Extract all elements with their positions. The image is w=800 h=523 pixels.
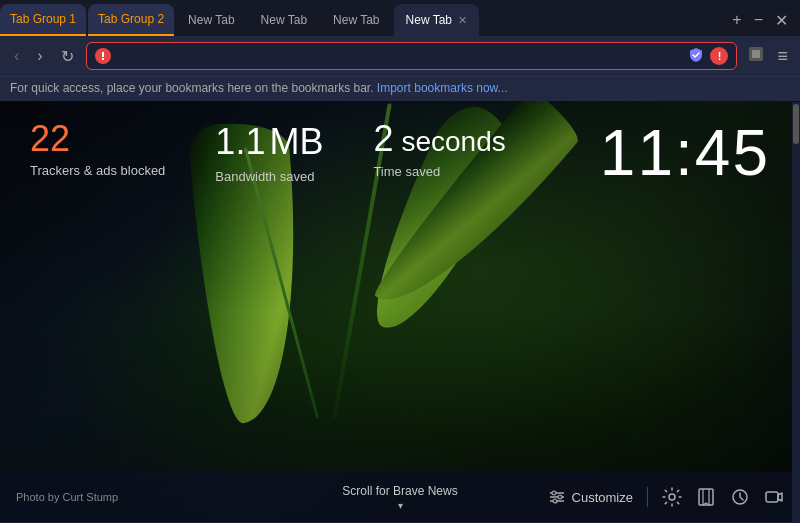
new-tab-button[interactable]: + <box>728 9 745 31</box>
nav-right-icons: ≡ <box>743 43 792 69</box>
tab-group-2-label: Tab Group 2 <box>98 12 164 26</box>
tab-1[interactable]: New Tab <box>176 4 246 36</box>
minimize-button[interactable]: − <box>750 9 767 31</box>
extension-icon[interactable] <box>743 43 769 69</box>
alert-icon: ! <box>710 47 728 65</box>
customize-button[interactable]: Customize <box>548 488 633 506</box>
history-icon <box>730 487 750 507</box>
back-button[interactable]: ‹ <box>8 43 25 69</box>
reload-button[interactable]: ↻ <box>55 43 80 70</box>
svg-rect-4 <box>752 50 760 58</box>
forward-button[interactable]: › <box>31 43 48 69</box>
bandwidth-label: Bandwidth saved <box>215 169 323 184</box>
bookmarks-bar: For quick access, place your bookmarks h… <box>0 76 800 101</box>
trackers-label: Trackers & ads blocked <box>30 163 165 178</box>
import-bookmarks-link[interactable]: Import bookmarks now... <box>377 81 508 95</box>
customize-label: Customize <box>572 490 633 505</box>
bandwidth-unit: MB <box>269 121 323 163</box>
tab-group-2[interactable]: Tab Group 2 <box>88 4 174 36</box>
tab-group-1-label: Tab Group 1 <box>10 12 76 26</box>
bandwidth-stat: 1.1 MB Bandwidth saved <box>215 121 323 184</box>
clock: 11:45 <box>600 116 770 190</box>
shield-icon <box>688 47 704 66</box>
time-value: 2 <box>373 121 393 157</box>
svg-point-10 <box>553 499 557 503</box>
bandwidth-value: 1.1 <box>215 124 265 160</box>
browser-chrome: Tab Group 1 Tab Group 2 New Tab New Tab … <box>0 0 800 101</box>
svg-point-11 <box>669 494 675 500</box>
scrollbar[interactable] <box>792 102 800 523</box>
divider <box>647 487 648 507</box>
bookmarks-text: For quick access, place your bookmarks h… <box>10 81 374 95</box>
address-bar[interactable]: ! <box>86 42 738 70</box>
tab-bar: Tab Group 1 Tab Group 2 New Tab New Tab … <box>0 0 800 36</box>
time-unit: seconds <box>397 126 505 158</box>
stats-overlay: 22 Trackers & ads blocked 1.1 MB Bandwid… <box>30 121 506 184</box>
svg-rect-2 <box>102 58 104 60</box>
history-icon-btn[interactable] <box>730 487 750 507</box>
scroll-brave-news[interactable]: Scroll for Brave News ▾ <box>342 484 457 511</box>
time-label: Time saved <box>373 164 505 179</box>
bandwidth-value-row: 1.1 MB <box>215 121 323 163</box>
tab-group-1[interactable]: Tab Group 1 <box>0 4 86 36</box>
svg-point-9 <box>558 495 562 499</box>
tab-4-close-icon[interactable]: ✕ <box>458 14 467 27</box>
tab-3-label: New Tab <box>333 13 379 27</box>
settings-icon-btn[interactable] <box>662 487 682 507</box>
time-stat: 2 seconds Time saved <box>373 121 505 179</box>
tab-1-label: New Tab <box>188 13 234 27</box>
sliders-icon <box>548 488 566 506</box>
video-icon-btn[interactable] <box>764 487 784 507</box>
svg-point-8 <box>552 491 556 495</box>
bottom-right-icons: Customize <box>548 487 784 507</box>
video-icon <box>764 487 784 507</box>
svg-rect-14 <box>766 492 778 502</box>
scrollbar-thumb[interactable] <box>793 104 799 144</box>
tab-bar-right: + − ✕ <box>728 4 800 36</box>
bookmarks-icon <box>696 487 716 507</box>
svg-rect-1 <box>102 52 104 57</box>
tab-4-active[interactable]: New Tab ✕ <box>394 4 479 36</box>
tab-2-label: New Tab <box>261 13 307 27</box>
close-window-button[interactable]: ✕ <box>771 9 792 32</box>
tab-4-label: New Tab <box>406 13 452 27</box>
tab-2[interactable]: New Tab <box>249 4 319 36</box>
trackers-stat: 22 Trackers & ads blocked <box>30 121 165 178</box>
time-value-row: 2 seconds <box>373 121 505 158</box>
menu-icon[interactable]: ≡ <box>773 44 792 69</box>
tab-3[interactable]: New Tab <box>321 4 391 36</box>
bookmarks-icon-btn[interactable] <box>696 487 716 507</box>
chevron-down-icon: ▾ <box>398 500 403 511</box>
favicon-icon <box>95 48 111 64</box>
scroll-label: Scroll for Brave News <box>342 484 457 498</box>
main-content: 22 Trackers & ads blocked 1.1 MB Bandwid… <box>0 101 800 522</box>
bottom-bar: Photo by Curt Stump Scroll for Brave New… <box>0 472 800 522</box>
gear-icon <box>662 487 682 507</box>
trackers-value: 22 <box>30 121 165 157</box>
nav-bar: ‹ › ↻ ! <box>0 36 800 76</box>
